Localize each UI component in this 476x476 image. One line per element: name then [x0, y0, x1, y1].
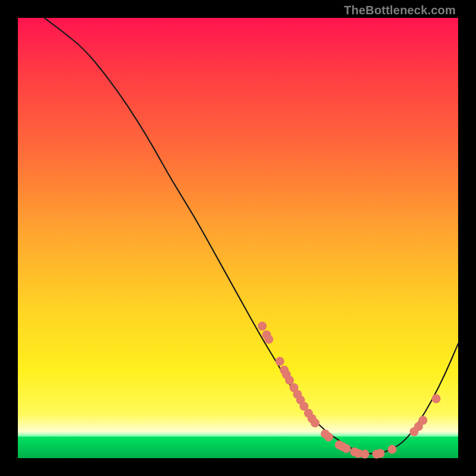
- data-point: [258, 322, 267, 331]
- data-point: [388, 445, 397, 454]
- curve-layer: [18, 18, 458, 458]
- data-point: [432, 394, 441, 403]
- bottleneck-curve: [44, 18, 458, 454]
- data-point: [264, 335, 273, 344]
- data-point: [311, 418, 320, 427]
- data-point: [285, 376, 294, 385]
- data-points: [258, 322, 440, 459]
- data-point: [376, 449, 385, 458]
- plot-area: [18, 18, 458, 458]
- data-point: [418, 416, 427, 425]
- watermark-text: TheBottleneck.com: [344, 4, 456, 17]
- chart-root: TheBottleneck.com: [0, 0, 476, 476]
- data-point: [324, 433, 333, 441]
- data-point: [342, 444, 351, 453]
- data-point: [275, 357, 284, 366]
- data-point: [361, 450, 369, 459]
